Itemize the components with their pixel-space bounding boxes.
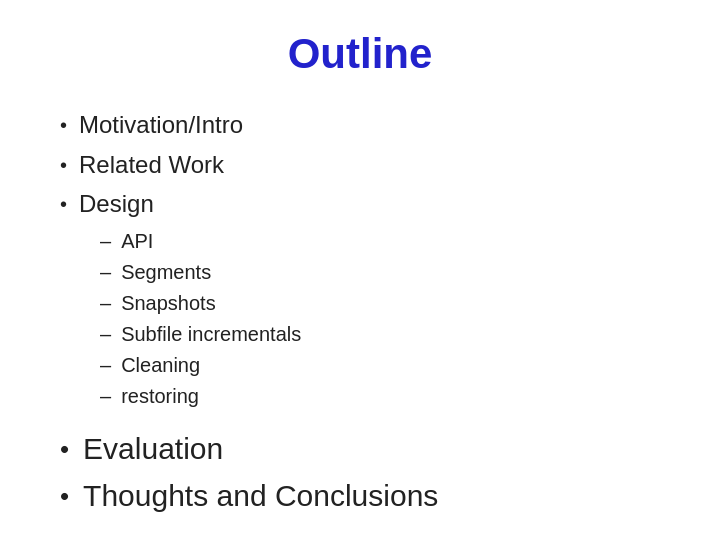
list-item: – restoring <box>100 382 660 411</box>
item-label: Related Work <box>79 148 224 182</box>
list-item: – Cleaning <box>100 351 660 380</box>
list-item: • Motivation/Intro <box>60 108 660 142</box>
bullet-icon: • <box>60 433 69 467</box>
item-label: API <box>121 227 153 256</box>
list-item: • Thoughts and Conclusions <box>60 476 660 515</box>
dash-icon: – <box>100 382 111 411</box>
dash-icon: – <box>100 289 111 318</box>
dash-icon: – <box>100 258 111 287</box>
bullet-icon: • <box>60 151 67 179</box>
list-item: – Segments <box>100 258 660 287</box>
item-label: Snapshots <box>121 289 216 318</box>
large-bullets-list: • Evaluation • Thoughts and Conclusions <box>60 429 660 523</box>
dash-icon: – <box>100 351 111 380</box>
bullet-icon: • <box>60 480 69 514</box>
slide-title: Outline <box>60 30 660 78</box>
item-label: Segments <box>121 258 211 287</box>
list-item: – Snapshots <box>100 289 660 318</box>
bullet-icon: • <box>60 190 67 218</box>
item-label: Motivation/Intro <box>79 108 243 142</box>
sub-items-list: – API – Segments – Snapshots – Subfile i… <box>100 227 660 413</box>
item-label: Evaluation <box>83 429 223 468</box>
list-item: • Design <box>60 187 660 221</box>
list-item: – API <box>100 227 660 256</box>
item-label: Cleaning <box>121 351 200 380</box>
content-area: • Motivation/Intro • Related Work • Desi… <box>60 108 660 523</box>
list-item: • Related Work <box>60 148 660 182</box>
slide: Outline • Motivation/Intro • Related Wor… <box>0 0 720 540</box>
item-label: Thoughts and Conclusions <box>83 476 438 515</box>
bullet-icon: • <box>60 111 67 139</box>
item-label: Design <box>79 187 154 221</box>
list-item: • Evaluation <box>60 429 660 468</box>
item-label: restoring <box>121 382 199 411</box>
dash-icon: – <box>100 320 111 349</box>
dash-icon: – <box>100 227 111 256</box>
list-item: – Subfile incrementals <box>100 320 660 349</box>
item-label: Subfile incrementals <box>121 320 301 349</box>
